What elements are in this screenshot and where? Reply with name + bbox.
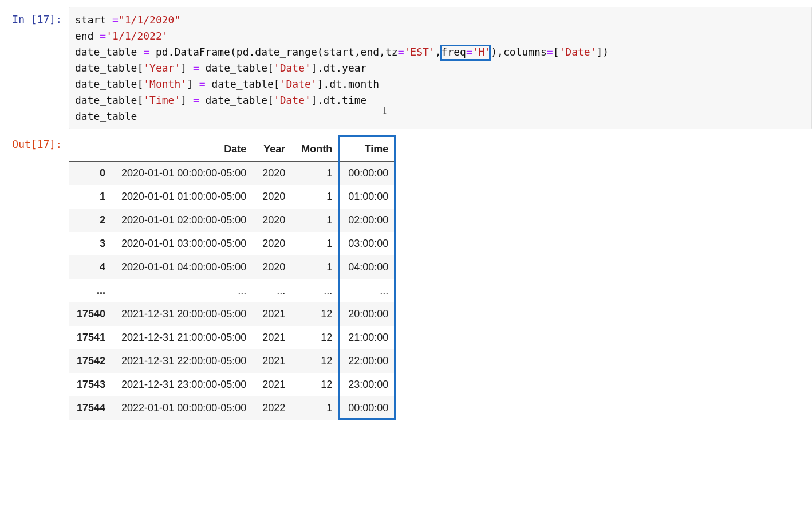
ellipsis-idx: ... <box>69 279 113 302</box>
cell-time: 21:00:00 <box>340 326 396 349</box>
table-row: 175442022-01-01 00:00:00-05:002022100:00… <box>69 396 396 420</box>
cell-date: 2020-01-01 02:00:00-05:00 <box>113 209 254 232</box>
cell-date: 2021-12-31 22:00:00-05:00 <box>113 349 254 373</box>
cell-year: 2020 <box>254 209 293 232</box>
cell-time: 02:00:00 <box>340 209 396 232</box>
table-row: 175432021-12-31 23:00:00-05:0020211223:0… <box>69 373 396 396</box>
table-row: 175412021-12-31 21:00:00-05:0020211221:0… <box>69 326 396 349</box>
cell-time: 04:00:00 <box>340 255 396 279</box>
cell-time: 01:00:00 <box>340 185 396 209</box>
dataframe-table: Date Year Month Time 02020-01-01 00:00:0… <box>69 137 396 420</box>
ellipsis-cell: ... <box>254 279 293 302</box>
cell-year: 2020 <box>254 232 293 255</box>
table-row: 32020-01-01 03:00:00-05:002020103:00:00 <box>69 232 396 255</box>
cell-date: 2020-01-01 00:00:00-05:00 <box>113 162 254 186</box>
ellipsis-row: ............... <box>69 279 396 302</box>
row-index: 2 <box>69 209 113 232</box>
index-header <box>69 137 113 162</box>
table-row: 02020-01-01 00:00:00-05:002020100:00:00 <box>69 162 396 186</box>
table-row: 42020-01-01 04:00:00-05:002020104:00:00 <box>69 255 396 279</box>
out-prompt: Out[17]: <box>0 132 69 152</box>
cell-year: 2020 <box>254 162 293 186</box>
table-row: 175422021-12-31 22:00:00-05:0020211222:0… <box>69 349 396 373</box>
row-index: 4 <box>69 255 113 279</box>
output-area: Date Year Month Time 02020-01-01 00:00:0… <box>69 132 812 420</box>
col-time: Time <box>340 137 396 162</box>
row-index: 17540 <box>69 302 113 326</box>
cell-time: 23:00:00 <box>340 373 396 396</box>
cell-year: 2020 <box>254 185 293 209</box>
cell-time: 20:00:00 <box>340 302 396 326</box>
cell-month: 1 <box>293 232 340 255</box>
row-index: 0 <box>69 162 113 186</box>
cell-month: 1 <box>293 185 340 209</box>
cell-month: 12 <box>293 373 340 396</box>
ellipsis-cell: ... <box>293 279 340 302</box>
table-row: 22020-01-01 02:00:00-05:002020102:00:00 <box>69 209 396 232</box>
row-index: 17541 <box>69 326 113 349</box>
row-index: 17544 <box>69 396 113 420</box>
cell-month: 12 <box>293 326 340 349</box>
cell-month: 1 <box>293 209 340 232</box>
row-index: 17543 <box>69 373 113 396</box>
ellipsis-cell: ... <box>113 279 254 302</box>
cell-month: 12 <box>293 349 340 373</box>
cell-year: 2021 <box>254 373 293 396</box>
cell-time: 00:00:00 <box>340 162 396 186</box>
col-month: Month <box>293 137 340 162</box>
cell-month: 1 <box>293 162 340 186</box>
cell-date: 2020-01-01 01:00:00-05:00 <box>113 185 254 209</box>
cell-time: 00:00:00 <box>340 396 396 420</box>
input-cell: In [17]: start ="1/1/2020" end ='1/1/202… <box>0 7 812 129</box>
in-prompt: In [17]: <box>0 7 69 27</box>
cell-year: 2022 <box>254 396 293 420</box>
output-cell: Out[17]: Date Year Month Time 02020-01-0… <box>0 132 812 420</box>
ellipsis-cell: ... <box>340 279 396 302</box>
cell-date: 2021-12-31 21:00:00-05:00 <box>113 326 254 349</box>
cell-date: 2020-01-01 04:00:00-05:00 <box>113 255 254 279</box>
cell-date: 2021-12-31 20:00:00-05:00 <box>113 302 254 326</box>
cell-year: 2021 <box>254 349 293 373</box>
table-row: 175402021-12-31 20:00:00-05:0020211220:0… <box>69 302 396 326</box>
header-row: Date Year Month Time <box>69 137 396 162</box>
cell-date: 2022-01-01 00:00:00-05:00 <box>113 396 254 420</box>
cell-date: 2020-01-01 03:00:00-05:00 <box>113 232 254 255</box>
col-year: Year <box>254 137 293 162</box>
cell-month: 1 <box>293 255 340 279</box>
cell-year: 2020 <box>254 255 293 279</box>
cell-month: 1 <box>293 396 340 420</box>
cell-date: 2021-12-31 23:00:00-05:00 <box>113 373 254 396</box>
cell-time: 22:00:00 <box>340 349 396 373</box>
row-index: 1 <box>69 185 113 209</box>
row-index: 17542 <box>69 349 113 373</box>
col-date: Date <box>113 137 254 162</box>
table-row: 12020-01-01 01:00:00-05:002020101:00:00 <box>69 185 396 209</box>
cell-month: 12 <box>293 302 340 326</box>
code-text[interactable]: start ="1/1/2020" end ='1/1/2022' date_t… <box>75 12 806 124</box>
code-cell[interactable]: start ="1/1/2020" end ='1/1/2022' date_t… <box>69 7 812 129</box>
cell-year: 2021 <box>254 302 293 326</box>
cell-year: 2021 <box>254 326 293 349</box>
row-index: 3 <box>69 232 113 255</box>
cell-time: 03:00:00 <box>340 232 396 255</box>
